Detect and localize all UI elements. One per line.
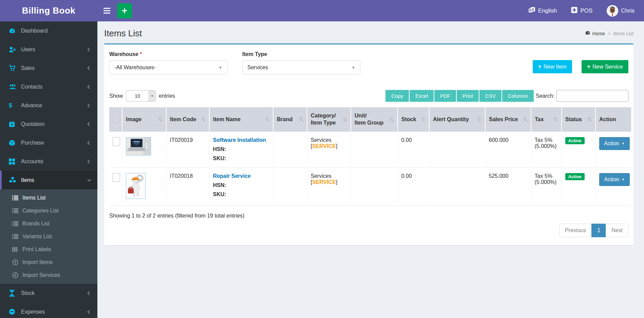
warehouse-selected-value: -All Warehouses-	[114, 64, 156, 71]
quick-add-button[interactable]: +	[117, 3, 132, 18]
sidebar-subitem-brands-list[interactable]: Brands List	[0, 217, 97, 230]
column-header-brand[interactable]: Brand⇅	[273, 107, 307, 132]
sidebar-subitem-categories-list[interactable]: Categories List	[0, 204, 97, 217]
copy-button[interactable]: Copy	[385, 90, 409, 102]
pagination-previous-button[interactable]: Previous	[559, 224, 592, 237]
column-header-alert-quantity[interactable]: Alert Quantity⇅	[429, 107, 485, 132]
item-name-link[interactable]: Software Installation	[213, 137, 270, 143]
excel-button[interactable]: Excel	[410, 90, 434, 102]
column-header-item-name[interactable]: Item Name⇅	[209, 107, 273, 132]
item-type-tag: [SERVICE]	[311, 143, 347, 149]
search-input[interactable]	[556, 90, 628, 102]
table-row: IT020018 Repair Service HSN: SKU: Servic…	[109, 167, 631, 206]
sidebar-subitem-items-list[interactable]: Items List	[0, 191, 97, 204]
new-service-button[interactable]: + New Service	[582, 60, 628, 73]
unit-cell	[351, 132, 398, 167]
item-type-tag: [SERVICE]	[311, 179, 347, 185]
chevron-left-icon	[87, 104, 91, 107]
tax-value: Tax 5%	[535, 173, 558, 179]
sidebar-item-purchase[interactable]: Purchase	[0, 133, 97, 152]
sidebar-item-sales[interactable]: Sales	[0, 59, 97, 77]
hourglass-icon	[9, 290, 21, 297]
sidebar-item-dashboard[interactable]: Dashboard	[0, 21, 97, 40]
status-badge: Active	[565, 137, 585, 144]
column-header-image[interactable]: Image⇅	[122, 107, 166, 132]
columns-button[interactable]: Columns	[502, 90, 534, 102]
items-submenu: Items List Categories List Brands List V…	[0, 189, 97, 284]
sidebar-item-label: Stock	[21, 290, 35, 296]
row-checkbox[interactable]	[113, 173, 120, 182]
pos-label: POS	[580, 7, 592, 14]
sidebar-item-items[interactable]: Items	[0, 171, 97, 189]
show-label: Show	[109, 93, 123, 99]
table-info: Showing 1 to 2 of 2 entries (filtered fr…	[109, 213, 628, 219]
sidebar-item-label: Purchase	[21, 140, 44, 146]
item-image-repair[interactable]	[126, 173, 146, 199]
chevron-left-icon	[87, 310, 91, 314]
category-value: Services	[311, 173, 347, 179]
sku-label: SKU:	[213, 191, 270, 198]
pdf-button[interactable]: PDF	[434, 90, 456, 102]
alert-quantity-cell	[429, 167, 485, 206]
warehouse-select[interactable]: -All Warehouses- ▼	[109, 60, 227, 74]
item-image-laptop[interactable]	[126, 137, 151, 155]
arrow-circle-left-icon	[12, 259, 22, 265]
status-badge: Active	[565, 173, 585, 180]
page-length-select[interactable]: 10 ▾	[126, 90, 156, 101]
column-header-sales-price[interactable]: Sales Price⇅	[485, 107, 531, 132]
column-header-category[interactable]: Category/ Item Type⇅	[307, 107, 351, 132]
dollar-icon: $	[9, 102, 21, 109]
app-logo[interactable]: Billing Book	[0, 0, 97, 21]
language-menu[interactable]: A English	[528, 6, 557, 15]
required-asterisk: *	[140, 51, 142, 57]
sidebar-item-advance[interactable]: $ Advance	[0, 96, 97, 115]
sidebar-item-stock[interactable]: Stock	[0, 284, 97, 302]
user-menu[interactable]: Chris	[607, 5, 634, 17]
column-header-tax[interactable]: Tax⇅	[531, 107, 562, 132]
chevron-left-icon	[87, 291, 91, 295]
sort-icon: ⇅	[553, 116, 558, 123]
action-dropdown-button[interactable]: Action ▼	[599, 137, 630, 150]
pagination-page-1-button[interactable]: 1	[591, 224, 606, 237]
sidebar-subitem-variants-list[interactable]: Variants List	[0, 230, 97, 243]
pagination-next-button[interactable]: Next	[606, 224, 628, 237]
sort-icon: ⇅	[265, 116, 269, 123]
column-header-unit[interactable]: Unit/ Item Group⇅	[351, 107, 398, 132]
sidebar-item-accounts[interactable]: Accounts	[0, 152, 97, 171]
sidebar-item-label: Quotation	[21, 121, 44, 127]
column-header-action: Action	[595, 107, 631, 132]
column-header-status[interactable]: Status⇅	[562, 107, 595, 132]
user-plus-icon	[9, 46, 21, 53]
select-all-checkbox[interactable]	[113, 114, 120, 123]
item-type-select[interactable]: Services ▼	[242, 60, 360, 74]
row-checkbox[interactable]	[113, 137, 120, 146]
sidebar-subitem-import-items[interactable]: Import Items	[0, 256, 97, 269]
stock-cell: 0.00	[398, 132, 429, 167]
tax-rate: (5.000%)	[535, 179, 558, 185]
tax-value: Tax 5%	[535, 137, 558, 143]
sidebar-subitem-label: Variants List	[22, 233, 52, 240]
sidebar-item-label: Users	[21, 46, 35, 53]
csv-button[interactable]: CSV	[479, 90, 501, 102]
pos-button[interactable]: POS	[571, 7, 592, 15]
sidebar-item-contacts[interactable]: Contacts	[0, 77, 97, 96]
print-button[interactable]: Print	[457, 90, 479, 102]
sidebar-item-expenses[interactable]: Expenses	[0, 302, 97, 318]
new-item-button[interactable]: + New Item	[533, 60, 572, 73]
sort-icon: ⇅	[421, 116, 425, 123]
column-header-stock[interactable]: Stock⇅	[398, 107, 429, 132]
item-name-link[interactable]: Repair Service	[213, 173, 270, 179]
action-dropdown-button[interactable]: Action ▼	[599, 173, 630, 186]
breadcrumb-home-link[interactable]: Home	[585, 30, 605, 37]
sidebar-subitem-print-labels[interactable]: Print Labels	[0, 243, 97, 256]
sidebar-subitem-import-services[interactable]: Import Services	[0, 269, 97, 282]
sidebar-subitem-label: Categories List	[22, 208, 59, 214]
sales-price-cell: 525.000	[485, 167, 531, 206]
sku-label: SKU:	[213, 155, 270, 162]
sidebar-item-users[interactable]: Users	[0, 40, 97, 59]
top-navbar: Billing Book + A English POS Chris	[0, 0, 644, 21]
sidebar-toggle-button[interactable]	[97, 0, 116, 21]
sidebar-item-quotation[interactable]: Quotation	[0, 115, 97, 133]
sidebar-item-label: Items	[21, 177, 34, 183]
column-header-item-code[interactable]: Item Code⇅	[166, 107, 209, 132]
